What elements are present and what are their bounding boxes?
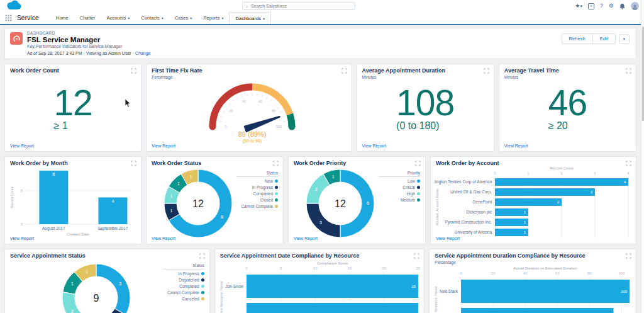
- record-type-label: DASHBOARD: [27, 31, 150, 35]
- svg-text:(50 to 90): (50 to 90): [243, 139, 262, 144]
- edit-button[interactable]: Edit: [593, 33, 616, 44]
- svg-text:Dickenson plc: Dickenson plc: [467, 210, 492, 215]
- svg-text:0: 0: [225, 125, 227, 128]
- svg-text:University of Arizona: University of Arizona: [455, 230, 492, 235]
- search-input[interactable]: [251, 4, 352, 8]
- app-launcher-icon[interactable]: [5, 14, 12, 21]
- svg-text:100: 100: [276, 125, 282, 128]
- widget-subtitle: Minutes: [357, 74, 494, 79]
- svg-text:1: 1: [71, 282, 74, 286]
- tab-contacts[interactable]: Contacts▾: [135, 12, 169, 24]
- legend-item: Medium: [379, 198, 420, 202]
- legend-item: In Progress: [236, 185, 278, 190]
- svg-text:0: 0: [21, 222, 23, 226]
- refresh-button[interactable]: Refresh: [562, 33, 593, 44]
- view-report-link[interactable]: View Report: [152, 236, 175, 241]
- svg-text:100: 100: [619, 271, 626, 275]
- svg-text:Service Resource: Name: Service Resource: Name: [434, 286, 438, 313]
- legend-dot-icon: [201, 278, 204, 282]
- legend-dot-icon: [417, 179, 420, 183]
- tab-dashboards[interactable]: Dashboards▾: [229, 12, 270, 24]
- expand-icon[interactable]: [484, 68, 489, 74]
- svg-text:6: 6: [367, 201, 369, 205]
- svg-text:Record Count: Record Count: [10, 186, 14, 208]
- svg-text:105: 105: [621, 290, 628, 293]
- svg-text:1: 1: [170, 194, 173, 198]
- view-report-link[interactable]: View Report: [504, 144, 528, 148]
- search-icon: ⌕: [246, 4, 248, 9]
- svg-text:40: 40: [523, 271, 528, 275]
- legend-item: Low: [379, 179, 420, 183]
- favorites-icon[interactable]: ★▾: [575, 3, 582, 9]
- legend-dot-icon: [201, 285, 204, 288]
- expand-icon[interactable]: [626, 253, 631, 259]
- svg-text:GenePoint: GenePoint: [472, 200, 492, 204]
- hbar-chart: Compliance Score051015202525Jon Snow25Se…: [219, 258, 421, 313]
- svg-text:Account: Account Name: Account: Account Name: [435, 189, 439, 226]
- chevron-down-icon: ▾: [190, 16, 192, 20]
- salesforce-logo: [5, 0, 22, 13]
- setup-gear-icon[interactable]: ⚙: [609, 3, 614, 9]
- tab-cases[interactable]: Cases▾: [169, 12, 197, 24]
- dashboard-page: DASHBOARD FSL Service Manager Key Perfor…: [0, 25, 641, 313]
- legend-item: Completed: [236, 191, 278, 196]
- widget-work-order-by-month: Work Order by Month 058August 20174Septe…: [4, 156, 142, 244]
- svg-text:3: 3: [319, 220, 322, 225]
- widget-first-time-fix-rate: First Time Fix Rate Percentage 020406080…: [146, 64, 352, 152]
- view-report-link[interactable]: View Report: [10, 144, 34, 148]
- dashboard-header: DASHBOARD FSL Service Manager Key Perfor…: [4, 28, 636, 59]
- page-title: FSL Service Manager: [27, 36, 150, 43]
- view-report-link[interactable]: View Report: [362, 144, 386, 148]
- widget-work-order-count: Work Order Count 12 ≥ 1 View Report: [4, 64, 142, 152]
- svg-text:25: 25: [411, 285, 416, 288]
- svg-text:1: 1: [190, 174, 192, 179]
- svg-text:3: 3: [119, 282, 121, 286]
- svg-text:Created Date: Created Date: [67, 232, 89, 236]
- svg-text:40: 40: [242, 100, 246, 103]
- legend-dot-icon: [275, 179, 278, 183]
- svg-text:4: 4: [112, 199, 114, 203]
- nav-tabs: HomeChatterAccounts▾Contacts▾Cases▾Repor…: [50, 12, 271, 24]
- view-report-link[interactable]: View Report: [10, 236, 34, 241]
- tab-chatter[interactable]: Chatter: [74, 12, 101, 24]
- svg-text:9: 9: [94, 293, 99, 304]
- svg-text:8: 8: [221, 215, 223, 219]
- chevron-down-icon: ▾: [128, 16, 130, 20]
- legend-dot-icon: [275, 205, 278, 208]
- svg-text:September 2017: September 2017: [97, 226, 128, 231]
- user-avatar[interactable]: [631, 2, 639, 10]
- svg-text:80: 80: [272, 109, 275, 113]
- view-report-link[interactable]: View Report: [436, 236, 460, 241]
- legend-dot-icon: [417, 192, 420, 195]
- tab-home[interactable]: Home: [50, 12, 74, 24]
- view-report-link[interactable]: View Report: [294, 236, 318, 241]
- page-scrollbar[interactable]: [641, 0, 644, 313]
- tab-reports[interactable]: Reports▾: [197, 12, 229, 24]
- svg-text:0: 0: [245, 266, 248, 270]
- chart-legend: StatusIn ProgressDispatchedCompletedCann…: [163, 263, 204, 303]
- legend-item: Cannot Complete: [236, 204, 278, 208]
- change-link[interactable]: Change: [135, 51, 151, 55]
- more-actions-button[interactable]: ▾: [619, 34, 630, 44]
- svg-text:10: 10: [313, 266, 318, 270]
- svg-text:Record Count: Record Count: [550, 166, 573, 170]
- notifications-bell-icon[interactable]: [619, 3, 625, 9]
- svg-text:80: 80: [587, 271, 592, 275]
- chevron-down-icon: ▾: [162, 16, 164, 20]
- expand-icon[interactable]: [131, 68, 136, 74]
- global-search[interactable]: ⌕: [242, 2, 355, 10]
- help-icon[interactable]: ?: [600, 3, 603, 9]
- svg-text:Pyramid Construction Inc.: Pyramid Construction Inc.: [445, 220, 492, 225]
- widget-title: Average Appointment Duration: [357, 64, 494, 74]
- global-actions-icon[interactable]: +: [588, 3, 594, 9]
- svg-text:1: 1: [86, 270, 88, 274]
- svg-text:20: 20: [491, 271, 496, 275]
- legend-dot-icon: [417, 186, 420, 189]
- svg-text:1: 1: [170, 208, 173, 213]
- expand-icon[interactable]: [626, 68, 631, 74]
- legend-title: Status: [236, 171, 278, 177]
- app-name[interactable]: Service: [17, 14, 39, 21]
- svg-text:89 (89%): 89 (89%): [238, 130, 267, 138]
- tab-accounts[interactable]: Accounts▾: [101, 12, 135, 24]
- view-report-link[interactable]: View Report: [152, 144, 175, 148]
